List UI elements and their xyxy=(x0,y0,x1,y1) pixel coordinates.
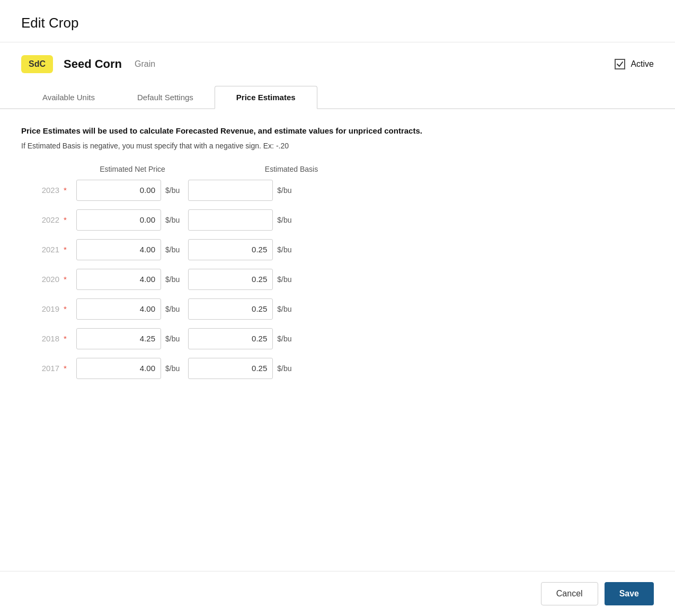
tab-default-settings[interactable]: Default Settings xyxy=(116,86,215,109)
save-button[interactable]: Save xyxy=(605,582,654,605)
year-label-2019: 2019 xyxy=(21,304,64,313)
net-price-unit-2023: $/bu xyxy=(165,186,180,195)
price-row: 2017 * $/bu $/bu xyxy=(21,358,456,379)
net-price-unit-2017: $/bu xyxy=(165,364,180,373)
description-note: If Estimated Basis is negative, you must… xyxy=(21,142,654,150)
price-row: 2023 * $/bu $/bu xyxy=(21,180,456,201)
price-row: 2020 * $/bu $/bu xyxy=(21,269,456,290)
description-bold: Price Estimates will be used to calculat… xyxy=(21,125,654,137)
tab-price-estimates[interactable]: Price Estimates xyxy=(215,86,317,109)
net-price-unit-2019: $/bu xyxy=(165,305,180,313)
price-row: 2018 * $/bu $/bu xyxy=(21,328,456,349)
basis-unit-2023: $/bu xyxy=(277,186,291,195)
net-price-input-2017[interactable] xyxy=(76,358,161,379)
required-star-2018: * xyxy=(64,334,70,343)
tabs-container: Available Units Default Settings Price E… xyxy=(0,73,675,109)
required-star-2020: * xyxy=(64,275,70,284)
net-price-input-2022[interactable] xyxy=(76,209,161,231)
price-row: 2022 * $/bu $/bu xyxy=(21,209,456,231)
net-price-input-2023[interactable] xyxy=(76,180,161,201)
required-star-2017: * xyxy=(64,364,70,373)
cancel-button[interactable]: Cancel xyxy=(541,582,598,605)
year-label-2017: 2017 xyxy=(21,364,64,373)
price-row: 2021 * $/bu $/bu xyxy=(21,239,456,260)
basis-unit-2020: $/bu xyxy=(277,275,291,284)
basis-input-2018[interactable] xyxy=(188,328,273,349)
basis-unit-2022: $/bu xyxy=(277,216,291,224)
net-price-unit-2018: $/bu xyxy=(165,335,180,343)
tab-available-units[interactable]: Available Units xyxy=(21,86,116,109)
year-label-2022: 2022 xyxy=(21,215,64,224)
net-price-input-2019[interactable] xyxy=(76,298,161,320)
net-price-unit-2022: $/bu xyxy=(165,216,180,224)
price-table: Estimated Net Price Estimated Basis 2023… xyxy=(21,165,456,379)
basis-input-2019[interactable] xyxy=(188,298,273,320)
basis-unit-2018: $/bu xyxy=(277,335,291,343)
crop-badge: SdC xyxy=(21,55,53,73)
col-header-net: Estimated Net Price xyxy=(74,165,191,173)
crop-type: Grain xyxy=(135,59,155,69)
required-star-2019: * xyxy=(64,304,70,313)
basis-input-2021[interactable] xyxy=(188,239,273,260)
net-price-input-2021[interactable] xyxy=(76,239,161,260)
page-title: Edit Crop xyxy=(21,15,654,31)
year-label-2020: 2020 xyxy=(21,275,64,284)
footer: Cancel Save xyxy=(0,571,675,616)
required-star-2021: * xyxy=(64,245,70,254)
price-row: 2019 * $/bu $/bu xyxy=(21,298,456,320)
active-label: Active xyxy=(630,59,654,69)
col-header-basis: Estimated Basis xyxy=(233,165,350,173)
net-price-unit-2021: $/bu xyxy=(165,245,180,254)
year-label-2021: 2021 xyxy=(21,245,64,254)
required-star-2022: * xyxy=(64,215,70,224)
year-label-2023: 2023 xyxy=(21,186,64,195)
net-price-unit-2020: $/bu xyxy=(165,275,180,284)
basis-input-2023[interactable] xyxy=(188,180,273,201)
basis-unit-2017: $/bu xyxy=(277,364,291,373)
basis-input-2020[interactable] xyxy=(188,269,273,290)
crop-name: Seed Corn xyxy=(64,57,122,71)
year-label-2018: 2018 xyxy=(21,334,64,343)
net-price-input-2020[interactable] xyxy=(76,269,161,290)
basis-input-2022[interactable] xyxy=(188,209,273,231)
active-checkbox[interactable] xyxy=(615,59,625,69)
basis-input-2017[interactable] xyxy=(188,358,273,379)
basis-unit-2019: $/bu xyxy=(277,305,291,313)
required-star-2023: * xyxy=(64,186,70,195)
net-price-input-2018[interactable] xyxy=(76,328,161,349)
basis-unit-2021: $/bu xyxy=(277,245,291,254)
